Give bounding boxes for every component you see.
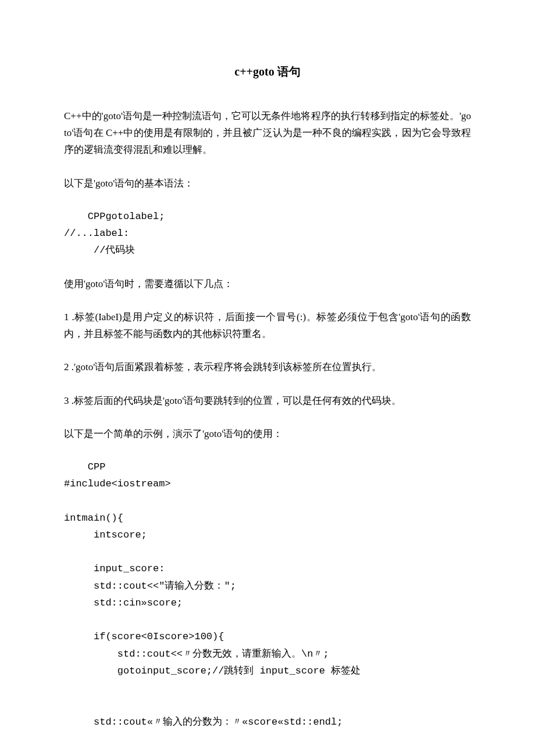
code-block-example: CPP #include<iostream> intmain(){ intsco… — [64, 458, 471, 730]
paragraph-rules-label: 使用'goto'语句时，需要遵循以下几点： — [64, 275, 471, 292]
code-block-syntax: CPPgotolabel; //...label: //代码块 — [64, 208, 471, 259]
document-page: c++goto 语句 C++中的'goto'语句是一种控制流语句，它可以无条件地… — [0, 0, 535, 756]
paragraph-intro: C++中的'goto'语句是一种控制流语句，它可以无条件地将程序的执行转移到指定… — [64, 108, 471, 159]
paragraph-syntax-label: 以下是'goto'语句的基本语法： — [64, 175, 471, 192]
paragraph-example-label: 以下是一个简单的示例，演示了'goto'语句的使用： — [64, 425, 471, 442]
document-title: c++goto 语句 — [64, 64, 471, 80]
list-item-2: 2 .'goto'语句后面紧跟着标签，表示程序将会跳转到该标签所在位置执行。 — [64, 359, 471, 375]
list-item-1: 1 .标签(IabeI)是用户定义的标识符，后面接一个冒号(:)。标签必须位于包… — [64, 309, 471, 342]
list-item-3: 3 .标签后面的代码块是'goto'语句要跳转到的位置，可以是任何有效的代码块。 — [64, 392, 471, 409]
